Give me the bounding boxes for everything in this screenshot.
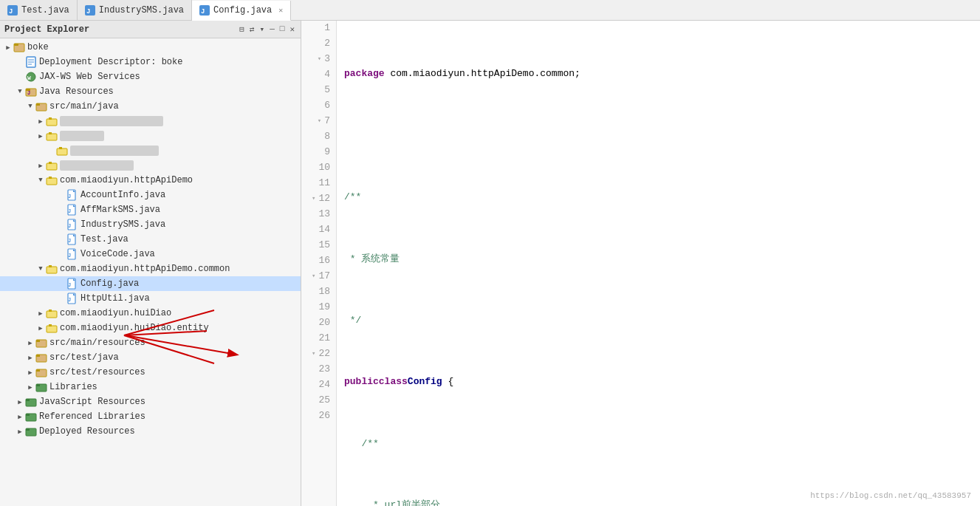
tree-voicecode[interactable]: J VoiceCode.java bbox=[0, 247, 301, 261]
view-menu-icon[interactable]: ▾ bbox=[258, 24, 267, 35]
svg-rect-63 bbox=[36, 384, 40, 386]
tree-test-java[interactable]: J Test.java bbox=[0, 232, 301, 247]
tree-area[interactable]: ▶ boke Deployment Descriptor: boke W bbox=[0, 38, 301, 506]
tree-pkg-common[interactable]: ▼ com.miaodiyun.httpApiDemo.common bbox=[0, 261, 301, 276]
tree-industrysms[interactable]: J IndustrySMS.java bbox=[0, 217, 301, 232]
tab-test-java-label: Test.java bbox=[21, 5, 69, 16]
code-line-6: public class Config { bbox=[344, 375, 973, 390]
tree-pkg-huidiao[interactable]: ▶ com.miaodiyun.huiDiao bbox=[0, 306, 301, 321]
close-panel-icon[interactable]: ✕ bbox=[288, 24, 296, 35]
svg-rect-59 bbox=[36, 355, 40, 357]
blurred-item-icon bbox=[56, 145, 68, 157]
tree-referenced-libraries[interactable]: ▶ Referenced Libraries bbox=[0, 409, 301, 424]
collapse-all-icon[interactable]: ⊟ bbox=[238, 24, 246, 35]
tab-config-java[interactable]: J Config.java ✕ bbox=[192, 1, 291, 21]
tree-js-resources[interactable]: ▶ JavaScript Resources bbox=[0, 394, 301, 409]
industrysms-arrow bbox=[56, 219, 66, 230]
svg-rect-65 bbox=[26, 399, 30, 401]
src-arrow: ▼ bbox=[25, 101, 35, 112]
fold-3[interactable]: ▾ bbox=[318, 54, 321, 64]
blurred-pkg3-label bbox=[60, 160, 134, 171]
fold-7[interactable]: ▾ bbox=[318, 116, 321, 126]
accountinfo-arrow bbox=[56, 190, 66, 200]
tree-affmarksms[interactable]: J AffMarkSMS.java bbox=[0, 202, 301, 217]
tree-pkg-huidiao-entity[interactable]: ▶ com.miaodiyun.huiDiao.entity bbox=[0, 321, 301, 335]
project-icon bbox=[13, 41, 25, 53]
svg-rect-44 bbox=[47, 267, 57, 273]
tab-close-button[interactable]: ✕ bbox=[278, 6, 283, 15]
tree-accountinfo[interactable]: J AccountInfo.java bbox=[0, 188, 301, 202]
pkg-httapidemo-label: com.miaodiyun.httpApiDemo bbox=[60, 175, 193, 185]
pkg-common-label: com.miaodiyun.httpApiDemo.common bbox=[60, 264, 230, 274]
tree-httputil[interactable]: J HttpUtil.java bbox=[0, 291, 301, 306]
tab-config-label: Config.java bbox=[213, 5, 272, 16]
tree-blurred-item[interactable] bbox=[0, 143, 301, 158]
jaxws-label: JAX-WS Web Services bbox=[39, 72, 140, 82]
tree-blurred-pkg1[interactable]: ▶ bbox=[0, 114, 301, 129]
panel-header: Project Explorer ⊟ ⇄ ▾ — □ ✕ bbox=[0, 21, 301, 38]
tree-java-resources[interactable]: ▼ J Java Resources bbox=[0, 84, 301, 99]
tree-pkg-httapidemo[interactable]: ▼ com.miaodiyun.httpApiDemo bbox=[0, 173, 301, 188]
httputil-arrow bbox=[56, 293, 66, 304]
maximize-icon[interactable]: □ bbox=[278, 24, 287, 35]
java-file-icon2: J bbox=[66, 204, 78, 216]
industrysms-label: IndustrySMS.java bbox=[80, 219, 165, 230]
deployed-arrow: ▶ bbox=[15, 426, 25, 437]
package-icon3 bbox=[46, 160, 58, 171]
tree-config-java[interactable]: J Config.java bbox=[0, 276, 301, 291]
tree-jaxws[interactable]: W JAX-WS Web Services bbox=[0, 69, 301, 84]
svg-text:J: J bbox=[68, 238, 71, 244]
code-line-5: */ bbox=[344, 313, 973, 329]
code-line-1: package com.miaodiyun.httpApiDemo.common… bbox=[344, 66, 973, 82]
httputil-label: HttpUtil.java bbox=[80, 293, 150, 304]
link-with-editor-icon[interactable]: ⇄ bbox=[248, 24, 256, 35]
pkg-huidiao-entity-arrow: ▶ bbox=[35, 323, 46, 333]
code-container: 1 2 ▾3 4 5 6 ▾7 8 9 10 11 ▾12 13 14 15 1… bbox=[301, 21, 980, 506]
tree-src-test-resources[interactable]: ▶ src/test/resources bbox=[0, 365, 301, 380]
java-file-icon5: J bbox=[66, 248, 78, 260]
fold-22[interactable]: ▾ bbox=[312, 349, 315, 359]
tree-src-main-resources[interactable]: ▶ src/main/resources bbox=[0, 335, 301, 350]
tree-src-main-java[interactable]: ▼ src/main/java bbox=[0, 99, 301, 114]
code-content[interactable]: package com.miaodiyun.httpApiDemo.common… bbox=[337, 21, 980, 506]
java-tab-icon2: J bbox=[85, 5, 95, 16]
tree-deployment-descriptor[interactable]: Deployment Descriptor: boke bbox=[0, 55, 301, 69]
tree-blurred-pkg2[interactable]: ▶ bbox=[0, 129, 301, 143]
src-test-icon bbox=[35, 352, 47, 363]
tree-libraries[interactable]: ▶ Libraries bbox=[0, 380, 301, 394]
tab-bar: J Test.java J IndustrySMS.java J Config.… bbox=[0, 0, 980, 21]
tree-blurred-pkg3[interactable]: ▶ bbox=[0, 158, 301, 173]
pkg-common-arrow: ▼ bbox=[35, 264, 46, 274]
libraries-label: Libraries bbox=[49, 382, 97, 392]
package-icon1 bbox=[46, 115, 58, 127]
src-test-resources-label: src/test/resources bbox=[49, 367, 145, 377]
tree-src-test-java[interactable]: ▶ src/test/java bbox=[0, 350, 301, 365]
minimize-icon[interactable]: — bbox=[268, 24, 276, 35]
tree-deployed-resources[interactable]: ▶ Deployed Resources bbox=[0, 424, 301, 439]
svg-rect-20 bbox=[49, 117, 52, 120]
blurred-item-label bbox=[70, 146, 159, 156]
blurred-pkg1-label bbox=[60, 116, 163, 126]
java-tab-icon: J bbox=[7, 5, 18, 16]
svg-text:J: J bbox=[27, 90, 30, 96]
svg-rect-23 bbox=[57, 148, 67, 155]
code-line-7: /** bbox=[344, 437, 973, 452]
voicecode-label: VoiceCode.java bbox=[80, 249, 155, 259]
tree-project-boke[interactable]: ▶ boke bbox=[0, 40, 301, 55]
svg-rect-61 bbox=[36, 369, 40, 372]
tab-test-java[interactable]: J Test.java bbox=[0, 0, 78, 20]
code-line-3: /** bbox=[344, 190, 973, 205]
package-huidiao-entity-icon bbox=[46, 322, 58, 334]
fold-17[interactable]: ▾ bbox=[312, 271, 315, 281]
watermark: https://blog.csdn.net/qq_43583957 bbox=[810, 491, 971, 500]
svg-text:J: J bbox=[68, 208, 71, 214]
svg-text:J: J bbox=[86, 8, 90, 16]
fold-12[interactable]: ▾ bbox=[312, 194, 315, 204]
editor-area[interactable]: 1 2 ▾3 4 5 6 ▾7 8 9 10 11 ▾12 13 14 15 1… bbox=[301, 21, 980, 506]
tab-industrysms-java[interactable]: J IndustrySMS.java bbox=[78, 0, 192, 20]
pkg-huidiao-label: com.miaodiyun.huiDiao bbox=[60, 308, 171, 318]
jaxws-arrow bbox=[15, 72, 25, 82]
code-line-2 bbox=[344, 129, 973, 144]
blurred-pkg2-label bbox=[60, 131, 104, 141]
svg-rect-21 bbox=[47, 134, 57, 140]
